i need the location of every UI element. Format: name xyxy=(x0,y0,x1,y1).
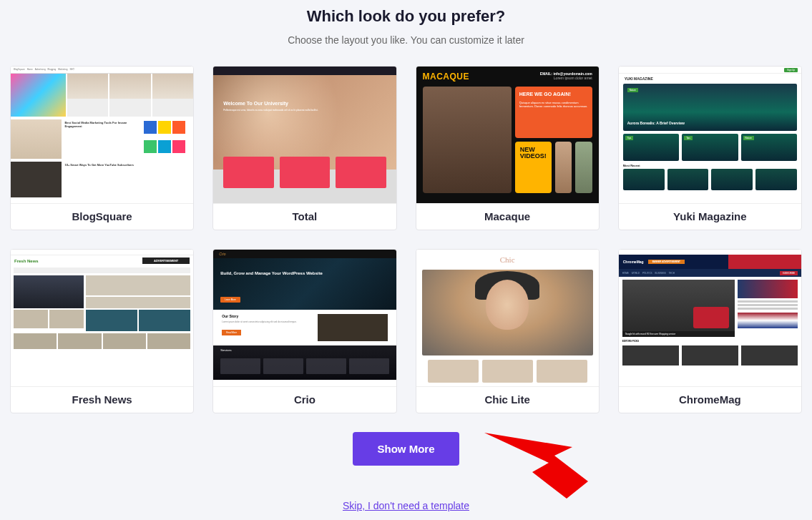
template-card-blogsquare[interactable]: BlogSquareHomeAdvertisingBloggingMarketi… xyxy=(10,66,194,230)
template-card-chromemag[interactable]: ChromeMagBANNER ADVERTISEMENT HOMEWORLDP… xyxy=(618,249,802,413)
template-label: Chic Lite xyxy=(416,387,599,413)
template-thumbnail: Welcome To Our UniversityPellentesque es… xyxy=(213,67,396,204)
template-thumbnail: Sign Up YUKI MAGAZINE NatureAurora Borea… xyxy=(619,67,801,204)
page-title: Which look do you prefer? xyxy=(0,7,812,26)
page-subtitle: Choose the layout you like. You can cust… xyxy=(0,34,812,46)
template-label: BlogSquare xyxy=(11,204,193,230)
template-thumbnail: ChromeMagBANNER ADVERTISEMENT HOMEWORLDP… xyxy=(619,250,801,387)
template-card-yukimagazine[interactable]: Sign Up YUKI MAGAZINE NatureAurora Borea… xyxy=(618,66,802,230)
template-card-crio[interactable]: Crio Build, Grow and Manage Your WordPre… xyxy=(212,249,396,413)
template-label: Fresh News xyxy=(11,387,193,413)
skip-link[interactable]: Skip, I don't need a template xyxy=(343,500,469,511)
template-thumbnail: MACAQUE EMAIL: info@yourdomain.comLorem … xyxy=(416,67,599,204)
template-label: Total xyxy=(213,204,396,230)
template-label: ChromeMag xyxy=(619,387,801,413)
template-label: Crio xyxy=(213,387,396,413)
template-card-chiclite[interactable]: Chic Chic Lite xyxy=(416,249,600,413)
template-thumbnail: Fresh NewsADVERTISEMENT xyxy=(11,250,193,387)
template-label: Yuki Magazine xyxy=(619,204,801,230)
template-thumbnail: Crio Build, Grow and Manage Your WordPre… xyxy=(213,250,396,387)
template-thumbnail: Chic xyxy=(416,250,599,387)
template-card-freshnews[interactable]: Fresh NewsADVERTISEMENT Fresh News xyxy=(10,249,194,413)
template-card-total[interactable]: Welcome To Our UniversityPellentesque es… xyxy=(212,66,396,230)
template-card-macaque[interactable]: MACAQUE EMAIL: info@yourdomain.comLorem … xyxy=(416,66,600,230)
template-grid: BlogSquareHomeAdvertisingBloggingMarketi… xyxy=(0,66,812,413)
show-more-button[interactable]: Show More xyxy=(353,432,459,466)
template-label: Macaque xyxy=(416,204,599,230)
template-thumbnail: BlogSquareHomeAdvertisingBloggingMarketi… xyxy=(11,67,193,204)
